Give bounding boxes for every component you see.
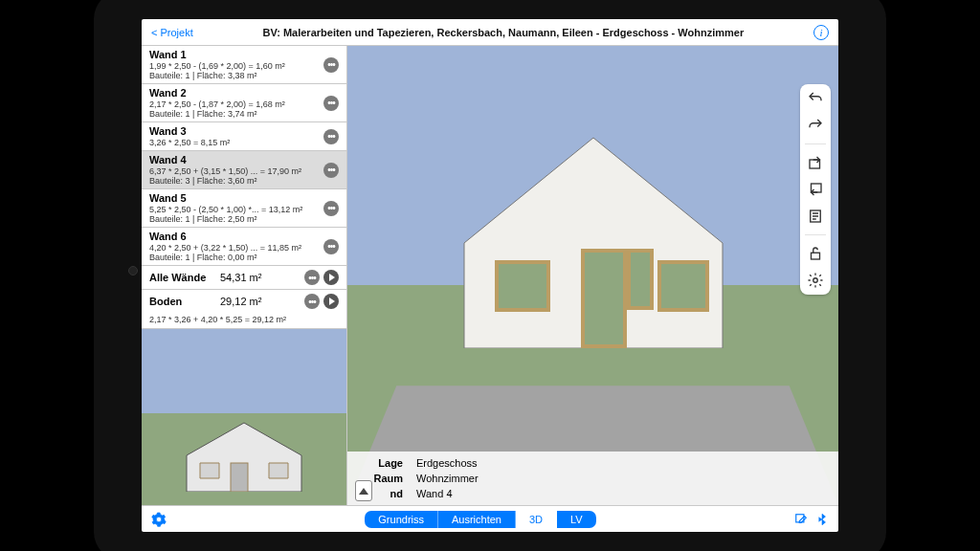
wall-name: Wand 5 bbox=[149, 192, 318, 204]
mini-3d-preview[interactable] bbox=[142, 329, 346, 505]
wall-meta: Bauteile: 1 | Fläche: 3,38 m² bbox=[149, 71, 318, 80]
wall-calc: 3,26 * 2,50 = 8,15 m² bbox=[149, 138, 318, 147]
svg-rect-1 bbox=[231, 463, 248, 492]
detail-panel: Lage Erdgeschoss Raum Wohnzimmer nd Wand… bbox=[347, 452, 838, 505]
settings-gear-icon[interactable] bbox=[151, 512, 167, 527]
edit-icon[interactable] bbox=[794, 513, 808, 526]
play-icon[interactable] bbox=[323, 294, 339, 309]
wall-calc: 2,17 * 2,50 - (1,87 * 2,00) = 1,68 m² bbox=[149, 99, 318, 109]
segment-ausrichten[interactable]: Ausrichten bbox=[438, 511, 516, 528]
more-icon[interactable]: ••• bbox=[323, 163, 339, 178]
segment-3d[interactable]: 3D bbox=[516, 511, 557, 528]
wall-name: Wand 3 bbox=[149, 125, 318, 137]
svg-rect-8 bbox=[659, 262, 707, 310]
wall-list-panel: Wand 1 1,99 * 2,50 - (1,69 * 2,00) = 1,6… bbox=[142, 46, 347, 505]
more-icon[interactable]: ••• bbox=[323, 201, 339, 216]
wall-row[interactable]: Wand 3 3,26 * 2,50 = 8,15 m² ••• bbox=[142, 122, 346, 151]
wall-row[interactable]: Wand 1 1,99 * 2,50 - (1,69 * 2,00) = 1,6… bbox=[142, 46, 346, 84]
wall-name: Wand 2 bbox=[149, 87, 318, 99]
navigation-bar: < Projekt BV: Malerarbeiten und Tapezier… bbox=[142, 19, 838, 46]
back-button[interactable]: < Projekt bbox=[151, 27, 193, 38]
more-icon[interactable]: ••• bbox=[323, 96, 339, 111]
more-icon[interactable]: ••• bbox=[304, 270, 320, 285]
more-icon[interactable]: ••• bbox=[323, 129, 339, 144]
gear-icon[interactable] bbox=[807, 272, 824, 289]
wall-row[interactable]: Wand 2 2,17 * 2,50 - (1,87 * 2,00) = 1,6… bbox=[142, 84, 346, 122]
wall-calc: 4,20 * 2,50 + (3,22 * 1,50) ... = 11,85 … bbox=[149, 243, 318, 253]
view-toolbar bbox=[800, 84, 831, 295]
detail-val-wand: Wand 4 bbox=[416, 488, 829, 499]
more-icon[interactable]: ••• bbox=[323, 239, 339, 254]
more-icon[interactable]: ••• bbox=[323, 57, 339, 73]
summary-value: 54,31 m² bbox=[220, 272, 299, 283]
scroll-up-button[interactable] bbox=[355, 480, 372, 501]
summary-label: Alle Wände bbox=[149, 272, 214, 283]
wall-name: Wand 4 bbox=[149, 154, 318, 165]
wall-name: Wand 1 bbox=[149, 49, 318, 60]
wall-meta: Bauteile: 1 | Fläche: 2,50 m² bbox=[149, 214, 318, 224]
wall-row[interactable]: Wand 6 4,20 * 2,50 + (3,22 * 1,50) ... =… bbox=[142, 228, 346, 266]
bluetooth-icon[interactable] bbox=[815, 513, 829, 526]
wall-row[interactable]: Wand 4 6,37 * 2,50 + (3,15 * 1,50) ... =… bbox=[142, 151, 346, 189]
play-icon[interactable] bbox=[323, 270, 339, 285]
import-icon[interactable] bbox=[807, 181, 824, 198]
svg-rect-7 bbox=[629, 251, 652, 308]
detail-val-raum: Wohnzimmer bbox=[416, 473, 829, 484]
svg-marker-2 bbox=[269, 463, 288, 478]
page-title: BV: Malerarbeiten und Tapezieren, Recker… bbox=[193, 27, 813, 38]
summary-label: Boden bbox=[149, 296, 214, 307]
summary-floor[interactable]: Boden 29,12 m² ••• 2,17 * 3,26 + 4,20 * … bbox=[142, 290, 346, 329]
wall-name: Wand 6 bbox=[149, 231, 318, 242]
svg-point-16 bbox=[813, 278, 818, 283]
wall-calc: 6,37 * 2,50 + (3,15 * 1,50) ... = 17,90 … bbox=[149, 166, 318, 176]
wall-meta: Bauteile: 1 | Fläche: 0,00 m² bbox=[149, 253, 318, 262]
tablet-camera bbox=[128, 266, 138, 276]
house-3d bbox=[435, 128, 751, 348]
undo-icon[interactable] bbox=[807, 90, 824, 107]
svg-rect-15 bbox=[812, 253, 820, 259]
main-3d-view[interactable]: Lage Erdgeschoss Raum Wohnzimmer nd Wand… bbox=[347, 46, 838, 505]
wall-row[interactable]: Wand 5 5,25 * 2,50 - (2,50 * 1,00) *... … bbox=[142, 189, 346, 228]
segment-grundriss[interactable]: Grundriss bbox=[365, 511, 438, 528]
notes-icon[interactable] bbox=[807, 208, 824, 225]
wall-calc: 1,99 * 2,50 - (1,69 * 2,00) = 1,60 m² bbox=[149, 61, 318, 71]
footer-bar: Grundriss Ausrichten 3D LV bbox=[142, 505, 838, 532]
svg-marker-3 bbox=[200, 463, 219, 478]
wall-meta: Bauteile: 3 | Fläche: 3,60 m² bbox=[149, 176, 318, 186]
svg-rect-5 bbox=[497, 262, 548, 310]
summary-all-walls[interactable]: Alle Wände 54,31 m² ••• bbox=[142, 266, 346, 290]
redo-icon[interactable] bbox=[807, 117, 824, 134]
detail-val-lage: Erdgeschoss bbox=[416, 457, 829, 469]
export-icon[interactable] bbox=[807, 154, 824, 171]
segment-lv[interactable]: LV bbox=[557, 511, 596, 528]
view-segmented-control[interactable]: Grundriss Ausrichten 3D LV bbox=[365, 511, 595, 528]
house-icon bbox=[177, 415, 311, 492]
more-icon[interactable]: ••• bbox=[304, 294, 320, 309]
summary-value: 29,12 m² bbox=[220, 296, 299, 307]
wall-meta: Bauteile: 1 | Fläche: 3,74 m² bbox=[149, 109, 318, 119]
floor-calc: 2,17 * 3,26 + 4,20 * 5,25 = 29,12 m² bbox=[149, 315, 339, 324]
svg-rect-6 bbox=[583, 251, 625, 346]
detail-key-lage: Lage bbox=[357, 457, 403, 469]
lock-icon[interactable] bbox=[807, 245, 824, 262]
info-icon[interactable]: i bbox=[813, 25, 829, 40]
wall-calc: 5,25 * 2,50 - (2,50 * 1,00) *... = 13,12… bbox=[149, 205, 318, 214]
